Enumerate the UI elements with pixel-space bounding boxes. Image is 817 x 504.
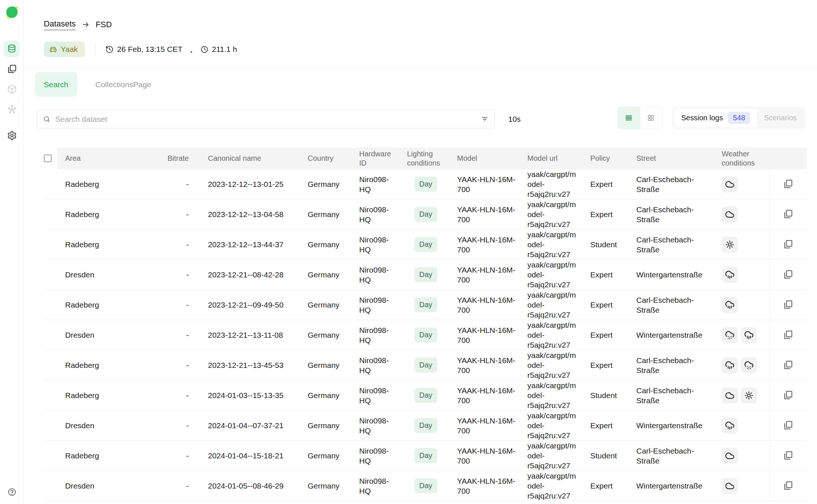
- collections-icon: [7, 64, 17, 74]
- row-checkbox-cell: [44, 230, 65, 259]
- street-value: Carl-Eschebach-Straße: [636, 205, 716, 224]
- copy-button[interactable]: [783, 239, 793, 249]
- row-checkbox-cell: [44, 441, 65, 471]
- row-checkbox-cell: [44, 199, 65, 229]
- table-row[interactable]: Radeberg - 2023-12-12--13-01-25 Germany …: [44, 169, 807, 199]
- area-cell: Radeberg: [65, 441, 168, 471]
- country-value: Germany: [308, 390, 339, 400]
- search-input[interactable]: [55, 115, 481, 124]
- weather-cell: [722, 169, 770, 199]
- bitrate-cell: -: [168, 380, 190, 410]
- area-value: Dresden: [65, 270, 94, 280]
- model-url-value: yaak/cargpt/model-r5ajq2ru:v27: [527, 290, 577, 320]
- area-value: Radeberg: [65, 209, 99, 219]
- list-view-button[interactable]: [618, 107, 640, 129]
- list-icon: [625, 114, 633, 122]
- table-row[interactable]: Radeberg - 2024-01-03--15-13-35 Germany …: [44, 380, 807, 411]
- cloud-icon: [722, 448, 738, 464]
- sidebar-item-settings[interactable]: [6, 130, 17, 141]
- copy-button[interactable]: [783, 330, 793, 340]
- grid-view-button[interactable]: [640, 107, 662, 129]
- model-cell: YAAK-HLN-16M-700: [457, 199, 527, 229]
- canonical-name-value: 2023-12-21--08-42-28: [208, 270, 283, 280]
- actions-cell: [770, 290, 807, 320]
- col-street: Street: [636, 148, 722, 169]
- sidebar-item-collections[interactable]: [6, 63, 17, 74]
- tab-search[interactable]: Search: [35, 72, 77, 97]
- bitrate-cell: -: [168, 199, 190, 229]
- lighting-cell: Day: [407, 169, 457, 199]
- sidebar: [0, 0, 24, 504]
- copy-button[interactable]: [783, 179, 793, 189]
- bitrate-cell: -: [168, 350, 190, 380]
- copy-button[interactable]: [783, 209, 793, 219]
- app-logo[interactable]: [4, 4, 20, 21]
- hardware-id-cell: Niro098-HQ: [359, 199, 407, 229]
- hardware-id-value: Niro098-HQ: [359, 265, 397, 285]
- sidebar-item-nodes[interactable]: [6, 104, 17, 115]
- model-url-value: yaak/cargpt/model-r5ajq2ru:v27: [527, 471, 577, 501]
- copy-button[interactable]: [783, 270, 793, 280]
- country-value: Germany: [308, 209, 339, 219]
- table-row[interactable]: Radeberg - 2024-01-04--15-18-21 Germany …: [44, 441, 807, 471]
- model-url-value: yaak/cargpt/model-r5ajq2ru:v27: [527, 169, 577, 199]
- table-row[interactable]: Radeberg - 2023-12-21--13-45-53 Germany …: [44, 350, 807, 380]
- help-button[interactable]: [6, 486, 17, 497]
- segment-scenarios[interactable]: Scenarios: [757, 109, 804, 127]
- hardware-id-cell: Niro098-HQ: [359, 411, 407, 440]
- policy-value: Expert: [590, 209, 613, 219]
- country-value: Germany: [308, 451, 339, 461]
- lighting-badge: Day: [414, 267, 437, 282]
- copy-button[interactable]: [783, 300, 793, 310]
- country-cell: Germany: [308, 441, 359, 471]
- copy-button[interactable]: [783, 360, 793, 370]
- lighting-cell: Day: [407, 441, 457, 471]
- lighting-badge: Day: [414, 478, 437, 493]
- model-url-cell: yaak/cargpt/model-r5ajq2ru:v27: [527, 411, 590, 440]
- copy-button[interactable]: [783, 390, 793, 400]
- canonical-name-value: 2024-01-05--08-46-29: [208, 481, 283, 491]
- table-row[interactable]: Dresden - 2023-12-21--08-42-28 Germany N…: [44, 260, 807, 290]
- country-cell: Germany: [308, 290, 359, 320]
- bitrate-value: -: [186, 179, 189, 189]
- help-icon: [7, 487, 17, 497]
- tab-collections-page[interactable]: CollectionsPage: [95, 72, 151, 97]
- bitrate-value: -: [186, 390, 189, 400]
- breadcrumb-datasets-link[interactable]: Datasets: [44, 19, 76, 30]
- tab-collections-page-label: CollectionsPage: [95, 80, 151, 89]
- select-all-checkbox[interactable]: [44, 155, 52, 162]
- table-row[interactable]: Dresden - 2024-01-04--07-37-21 Germany N…: [44, 411, 807, 441]
- table-row[interactable]: Radeberg - 2023-12-12--13-44-37 Germany …: [44, 230, 807, 260]
- sidebar-item-packages[interactable]: [6, 84, 17, 95]
- table-row[interactable]: Dresden - 2024-01-05--08-46-29 Germany N…: [44, 471, 807, 501]
- recorded-at: 26 Feb, 13:15 CET: [105, 45, 182, 54]
- table-row[interactable]: Radeberg - 2023-12-21--09-49-50 Germany …: [44, 290, 807, 320]
- vehicle-badge[interactable]: Yaak: [44, 42, 85, 57]
- hardware-id-cell: Niro098-HQ: [359, 230, 407, 259]
- weather-cell: [722, 380, 770, 410]
- copy-button[interactable]: [783, 481, 793, 491]
- row-checkbox-cell: [44, 471, 65, 501]
- hardware-id-value: Niro098-HQ: [359, 386, 397, 405]
- canonical-name-value: 2023-12-21--09-49-50: [208, 300, 283, 310]
- segment-session-logs[interactable]: Session logs 548: [674, 109, 757, 127]
- filter-icon[interactable]: [481, 115, 489, 123]
- network-icon: [7, 104, 17, 114]
- table-row[interactable]: Radeberg - 2023-12-12--13-04-58 Germany …: [44, 199, 807, 230]
- copy-button[interactable]: [783, 451, 793, 461]
- table-row[interactable]: Dresden - 2023-12-21--13-11-08 Germany N…: [44, 320, 807, 350]
- model-url-cell: yaak/cargpt/model-r5ajq2ru:v27: [527, 350, 590, 380]
- breadcrumb: Datasets FSD: [44, 19, 112, 30]
- copy-button[interactable]: [783, 420, 793, 430]
- sidebar-item-datasets[interactable]: [4, 41, 20, 57]
- bitrate-value: -: [186, 360, 189, 370]
- col-actions: [770, 148, 807, 169]
- lighting-badge: Day: [414, 448, 437, 463]
- model-value: YAAK-HLN-16M-700: [457, 205, 521, 224]
- canonical-name-cell: 2023-12-12--13-01-25: [190, 169, 308, 199]
- canonical-name-cell: 2023-12-12--13-04-58: [190, 199, 308, 229]
- canonical-name-value: 2023-12-12--13-04-58: [208, 209, 283, 219]
- lighting-badge: Day: [414, 177, 437, 192]
- canonical-name-cell: 2024-01-04--07-37-21: [190, 411, 308, 440]
- clip-length: 10s: [508, 110, 521, 128]
